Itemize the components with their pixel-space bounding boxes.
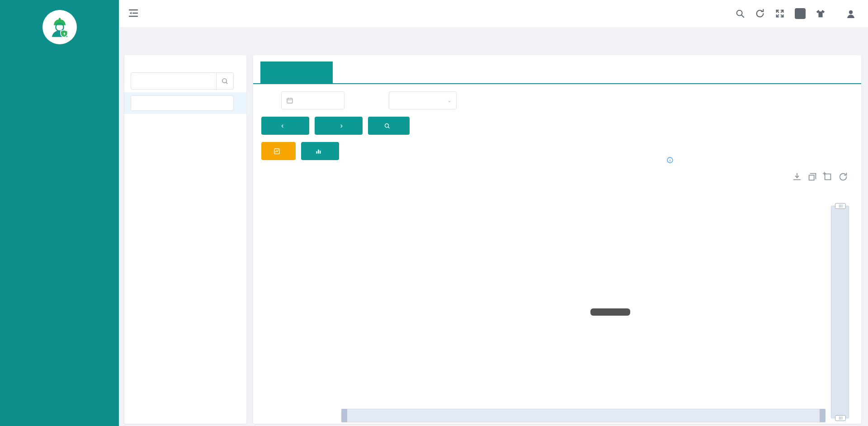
station-search-button[interactable]: [217, 72, 234, 90]
chevron-down-icon: ⌄: [447, 97, 452, 104]
horizontal-datazoom-slider[interactable]: [341, 409, 826, 422]
search-icon[interactable]: [735, 9, 745, 19]
line-chart-icon: [274, 148, 280, 155]
tree-filter-input[interactable]: [131, 95, 234, 111]
prev-day-button[interactable]: ‹: [261, 117, 309, 135]
info-icon: [666, 156, 674, 164]
theme-icon[interactable]: [816, 9, 826, 19]
chart-tooltip: [590, 308, 630, 316]
worker-avatar-icon: [42, 10, 77, 44]
vertical-datazoom-slider[interactable]: [831, 206, 849, 418]
restore-icon[interactable]: [838, 172, 848, 182]
datazoom-right-handle[interactable]: [820, 409, 826, 422]
sidebar: [0, 0, 119, 426]
datazoom-top-handle[interactable]: [835, 203, 846, 209]
user-icon[interactable]: [845, 9, 855, 19]
logo: [0, 10, 119, 51]
query-button[interactable]: [368, 117, 410, 135]
data-view-button[interactable]: [301, 142, 339, 160]
power-line-chart[interactable]: [319, 190, 844, 425]
zoom-restore-icon[interactable]: [823, 172, 833, 182]
tree-filter-band: [124, 92, 246, 114]
chart-toolbox: [792, 172, 848, 182]
tab-underline: [253, 83, 861, 84]
data-zoom-icon[interactable]: [807, 172, 817, 182]
date-input[interactable]: [281, 91, 344, 109]
header: [119, 0, 868, 27]
collapse-menu-icon[interactable]: [128, 8, 139, 20]
bar-chart-icon: [315, 148, 322, 155]
station-panel: [124, 55, 246, 424]
calendar-icon: [286, 97, 293, 104]
refresh-icon[interactable]: [755, 9, 765, 19]
app-window: ⌄ ‹ ›: [0, 0, 868, 426]
translate-icon[interactable]: [795, 8, 806, 19]
datazoom-left-handle[interactable]: [341, 409, 347, 422]
station-search-input[interactable]: [131, 72, 217, 90]
tab-daily-extreme-data[interactable]: [333, 62, 410, 83]
save-image-icon[interactable]: [792, 172, 802, 182]
header-actions: [735, 0, 855, 27]
extreme-analysis-link[interactable]: [666, 156, 676, 164]
category-select[interactable]: ⌄: [389, 91, 457, 109]
datazoom-bottom-handle[interactable]: [835, 415, 846, 421]
fullscreen-icon[interactable]: [775, 9, 785, 19]
chart-view-button[interactable]: [261, 142, 296, 160]
search-icon: [384, 123, 391, 129]
next-day-button[interactable]: ›: [315, 117, 363, 135]
tab-daily-raw-data[interactable]: [260, 62, 333, 83]
